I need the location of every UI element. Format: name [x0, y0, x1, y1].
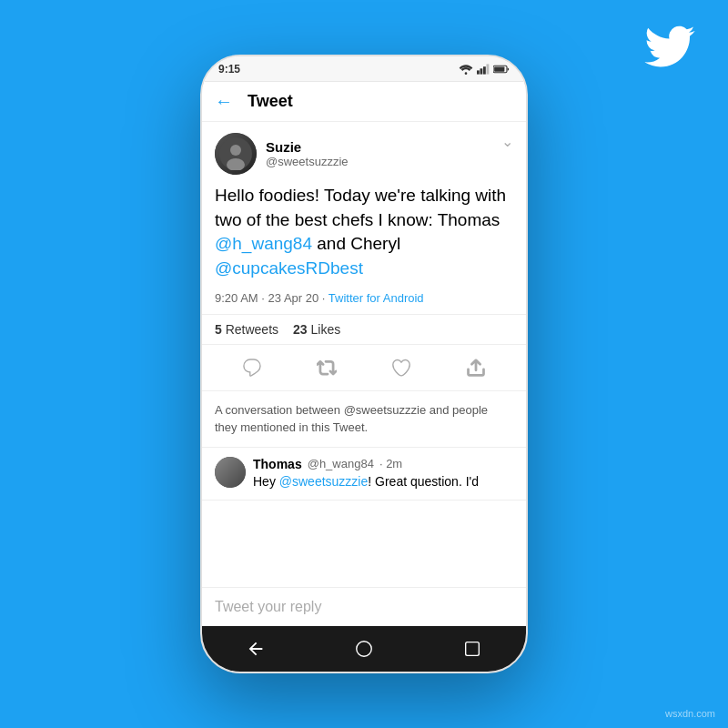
tweet-user-left: Suzie @sweetsuzzzie: [215, 133, 349, 175]
nav-back-icon: [246, 639, 266, 659]
svg-rect-11: [465, 642, 479, 656]
watermark: wsxdn.com: [665, 708, 715, 719]
battery-icon: [493, 64, 510, 75]
svg-rect-6: [494, 66, 504, 71]
reply-content: Thomas @h_wang84 · 2m Hey @sweetsuzzzie!…: [253, 457, 513, 491]
status-icons: [459, 64, 510, 75]
reply-tweet: Thomas @h_wang84 · 2m Hey @sweetsuzzzie!…: [202, 448, 526, 501]
svg-point-0: [465, 72, 468, 75]
reply-input-area[interactable]: Tweet your reply: [202, 587, 526, 626]
svg-point-10: [357, 642, 372, 657]
twitter-logo: [644, 25, 695, 67]
svg-rect-3: [483, 66, 486, 74]
tweet-header: ← Tweet: [202, 82, 526, 122]
svg-rect-1: [477, 70, 480, 74]
share-icon: [466, 358, 486, 378]
chevron-down-icon[interactable]: ⌄: [501, 133, 513, 150]
status-bar: 9:15: [202, 56, 526, 82]
retweet-icon: [317, 358, 337, 378]
reply-mention[interactable]: @sweetsuzzzie: [279, 474, 368, 489]
nav-home-icon: [354, 639, 374, 659]
nav-home-button[interactable]: [354, 639, 374, 659]
svg-point-8: [230, 145, 241, 156]
nav-back-button[interactable]: [246, 639, 266, 659]
wifi-icon: [459, 64, 473, 75]
via-link[interactable]: Twitter for Android: [329, 291, 424, 305]
avatar-image: [215, 133, 257, 175]
like-count[interactable]: 23 Likes: [293, 322, 340, 337]
avatar: [215, 133, 257, 175]
user-handle: @sweetsuzzzie: [266, 155, 349, 168]
mention-cupcakes[interactable]: @cupcakesRDbest: [215, 258, 363, 278]
retweet-count[interactable]: 5 Retweets: [215, 322, 278, 337]
tweet-counts: 5 Retweets 23 Likes: [202, 314, 526, 345]
reply-icon: [242, 358, 262, 378]
conversation-notice: A conversation between @sweetsuzzzie and…: [202, 391, 526, 447]
tweet-user-row: Suzie @sweetsuzzzie ⌄: [202, 122, 526, 180]
reply-avatar-image: [215, 457, 246, 488]
reply-placeholder[interactable]: Tweet your reply: [215, 599, 321, 614]
svg-rect-2: [480, 68, 483, 74]
like-icon: [391, 358, 411, 378]
retweet-button[interactable]: [311, 352, 342, 383]
tweet-time: 9:20 AM · 23 Apr 20 ·: [215, 291, 329, 305]
reply-text: Hey @sweetsuzzzie! Great question. I'd: [253, 473, 513, 491]
svg-rect-4: [487, 64, 490, 74]
share-button[interactable]: [460, 352, 491, 383]
reply-button[interactable]: [237, 352, 268, 383]
reply-avatar: [215, 457, 246, 488]
app-content: ← Tweet: [202, 82, 526, 626]
page-title: Tweet: [248, 92, 293, 111]
tweet-actions: [202, 345, 526, 391]
phone-time: 9:15: [218, 63, 240, 76]
back-button[interactable]: ←: [215, 91, 233, 112]
signal-icon: [477, 64, 490, 75]
display-name: Suzie: [266, 139, 349, 155]
reply-display-name: Thomas: [253, 457, 302, 471]
nav-recents-icon: [462, 639, 482, 659]
avatar-svg: [219, 137, 252, 170]
like-button[interactable]: [386, 352, 417, 383]
tweet-text: Hello foodies! Today we're talking with …: [202, 180, 526, 288]
user-info: Suzie @sweetsuzzzie: [266, 139, 349, 168]
mention-h-wang[interactable]: @h_wang84: [215, 234, 312, 253]
tweet-body: Suzie @sweetsuzzzie ⌄ Hello foodies! Tod…: [202, 122, 526, 587]
reply-header: Thomas @h_wang84 · 2m: [253, 457, 513, 471]
reply-handle: @h_wang84: [308, 457, 374, 470]
tweet-meta: 9:20 AM · 23 Apr 20 · Twitter for Androi…: [202, 288, 526, 314]
reply-time: · 2m: [379, 457, 402, 470]
phone-bottom-nav: [202, 626, 526, 672]
phone-shell: 9:15 ←: [200, 55, 528, 673]
nav-recents-button[interactable]: [462, 639, 482, 659]
